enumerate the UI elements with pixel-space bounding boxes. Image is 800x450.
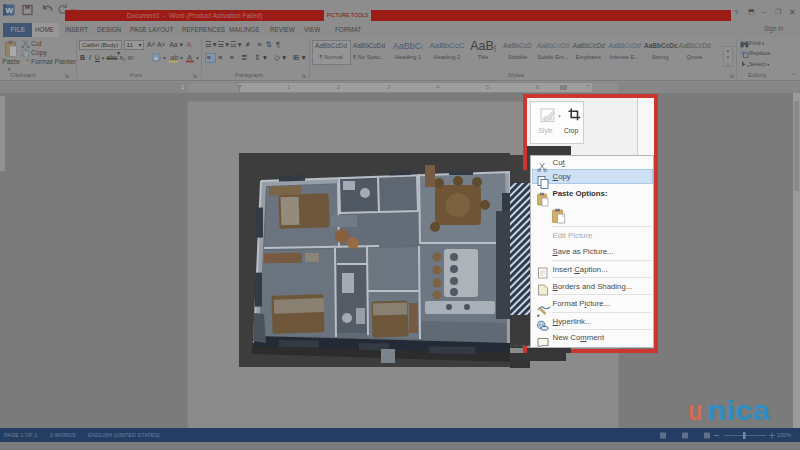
svg-text:W: W bbox=[6, 6, 14, 15]
svg-text:nica: nica bbox=[707, 395, 770, 426]
svg-text:▾: ▾ bbox=[196, 55, 199, 61]
svg-text:▾: ▾ bbox=[180, 55, 183, 61]
svg-text:▾: ▾ bbox=[163, 55, 166, 61]
svg-text:u: u bbox=[688, 395, 702, 426]
